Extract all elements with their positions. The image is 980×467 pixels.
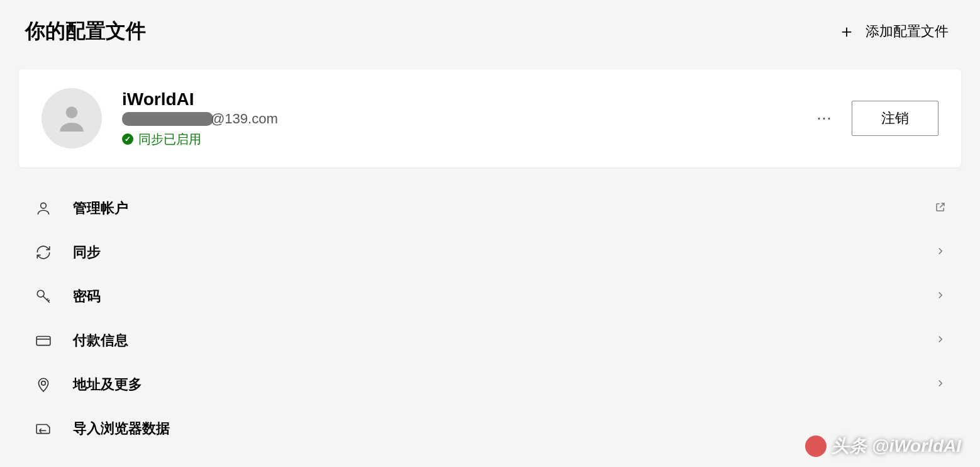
logout-button[interactable]: 注销 [852, 101, 938, 136]
sync-icon [34, 243, 53, 262]
check-circle-icon: ✓ [122, 133, 133, 145]
chevron-right-icon [935, 245, 946, 259]
settings-item-passwords[interactable]: 密码 [31, 274, 949, 318]
profile-email: @139.com [122, 111, 813, 127]
external-link-icon [935, 201, 946, 215]
avatar [42, 88, 102, 149]
settings-item-label: 付款信息 [73, 331, 935, 350]
svg-rect-3 [36, 337, 50, 346]
settings-item-manage-account[interactable]: 管理帐户 [31, 186, 949, 230]
plus-icon: ＋ [838, 20, 855, 43]
settings-item-label: 密码 [73, 287, 935, 306]
key-icon [34, 287, 53, 306]
import-icon [34, 419, 53, 438]
watermark-logo-icon [805, 436, 827, 457]
email-redacted [122, 112, 213, 126]
person-icon [34, 199, 53, 218]
card-icon [34, 331, 53, 350]
sync-status-label: 同步已启用 [138, 131, 201, 148]
settings-item-label: 同步 [73, 243, 935, 262]
svg-point-4 [42, 381, 46, 386]
svg-point-1 [41, 203, 47, 208]
chevron-right-icon [935, 334, 946, 347]
watermark-text: 头条 @iWorldAI [832, 434, 961, 458]
settings-item-sync[interactable]: 同步 [31, 230, 949, 274]
sync-status: ✓ 同步已启用 [122, 131, 813, 148]
page-title: 你的配置文件 [25, 18, 146, 45]
settings-item-payment[interactable]: 付款信息 [31, 318, 949, 363]
svg-point-0 [66, 106, 78, 118]
chevron-right-icon [935, 290, 946, 303]
profile-name: iWorldAI [122, 89, 813, 110]
location-icon [34, 375, 53, 394]
add-profile-label: 添加配置文件 [866, 22, 949, 41]
settings-item-label: 地址及更多 [73, 375, 935, 394]
settings-list: 管理帐户 同步 密码 付款信息 地址及更 [19, 186, 961, 451]
more-options-button[interactable]: ⋯ [813, 106, 837, 131]
settings-item-addresses[interactable]: 地址及更多 [31, 363, 949, 407]
profile-card: iWorldAI @139.com ✓ 同步已启用 ⋯ 注销 [19, 69, 961, 167]
watermark: 头条 @iWorldAI [805, 434, 961, 458]
add-profile-button[interactable]: ＋ 添加配置文件 [832, 16, 955, 47]
chevron-right-icon [935, 378, 946, 391]
email-suffix: @139.com [211, 111, 278, 127]
settings-item-label: 管理帐户 [73, 199, 935, 218]
